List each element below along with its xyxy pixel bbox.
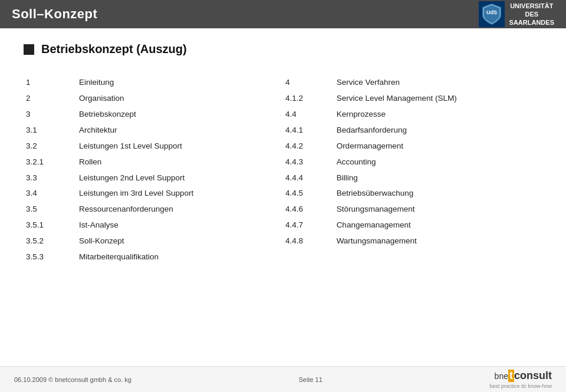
toc-number: 4.4 (283, 107, 334, 123)
list-item: 3.1 Architektur (24, 123, 283, 139)
toc-number: 3.5.1 (24, 218, 77, 233)
footer-logo-wrapper: b n e t consult best practice itc know-h… (489, 370, 552, 389)
list-item: 4.4.6 Störungsmanagement (283, 202, 542, 218)
footer-copyright: 06.10.2009 © bnetconsult gmbh & co. kg (14, 376, 131, 383)
toc-label: Störungsmanagement (334, 202, 542, 218)
toc-number: 3.3 (24, 170, 77, 186)
toc-number: 1 (24, 75, 77, 91)
toc-label: Ist-Analyse (77, 218, 283, 233)
toc-number: 4.4.5 (283, 186, 334, 202)
list-item: 4.4 Kernprozesse (283, 107, 542, 123)
toc-number: 3 (24, 107, 77, 123)
toc-number: 3.5.2 (24, 233, 77, 249)
toc-number: 3.1 (24, 123, 77, 139)
footer: 06.10.2009 © bnetconsult gmbh & co. kg S… (0, 366, 566, 392)
toc-label: Organisation (77, 91, 283, 107)
toc-number: 4.1.2 (283, 91, 334, 107)
toc-label: Architektur (77, 123, 283, 139)
toc-number: 3.4 (24, 186, 77, 202)
logo-consult-text: consult (514, 370, 552, 382)
toc-right-col: 4 Service Verfahren 4.1.2 Service Level … (283, 75, 542, 265)
toc-columns: 1 Einleitung 2 Organisation 3 Betriebsko… (24, 75, 542, 265)
toc-right-table: 4 Service Verfahren 4.1.2 Service Level … (283, 75, 542, 249)
toc-label: Billing (334, 170, 542, 186)
toc-label: Betriebsüberwachung (334, 186, 542, 202)
list-item: 4.4.2 Ordermanagement (283, 139, 542, 154)
section-title: Betriebskonzept (Auszug) (41, 42, 187, 56)
toc-label: Ressourcenanforderungen (77, 202, 283, 218)
toc-number: 4.4.3 (283, 154, 334, 170)
toc-label: Einleitung (77, 75, 283, 91)
university-logo: UdS UNIVERSITÄT DES SAARLANDES (479, 1, 554, 27)
toc-label: Leistungen im 3rd Level Support (77, 186, 283, 202)
header-bar: Soll–Konzept UdS UNIVERSITÄT DES SAARLAN… (0, 0, 566, 28)
toc-label: Ordermanagement (334, 139, 542, 154)
toc-number: 3.5.3 (24, 249, 77, 265)
list-item: 4.1.2 Service Level Management (SLM) (283, 91, 542, 107)
toc-label: Wartungsmanagement (334, 233, 542, 249)
toc-label: Accounting (334, 154, 542, 170)
toc-label: Mitarbeiterqualifikation (77, 249, 283, 265)
toc-label: Service Level Management (SLM) (334, 91, 542, 107)
shield-icon: UdS (479, 1, 505, 27)
toc-number: 3.2.1 (24, 154, 77, 170)
list-item: 1 Einleitung (24, 75, 283, 91)
list-item: 4 Service Verfahren (283, 75, 542, 91)
page-title: Soll–Konzept (12, 6, 97, 22)
toc-number: 3.5 (24, 202, 77, 218)
toc-number: 4.4.7 (283, 218, 334, 233)
list-item: 4.4.7 Changemanagement (283, 218, 542, 233)
list-item: 3.5 Ressourcenanforderungen (24, 202, 283, 218)
list-item: 3 Betriebskonzept (24, 107, 283, 123)
toc-label: Changemanagement (334, 218, 542, 233)
toc-left-col: 1 Einleitung 2 Organisation 3 Betriebsko… (24, 75, 283, 265)
list-item: 3.4 Leistungen im 3rd Level Support (24, 186, 283, 202)
list-item: 4.4.4 Billing (283, 170, 542, 186)
toc-label: Service Verfahren (334, 75, 542, 91)
footer-page-number: Seite 11 (298, 376, 322, 383)
list-item: 3.2 Leistungen 1st Level Support (24, 139, 283, 154)
toc-label: Bedarfsanforderung (334, 123, 542, 139)
section-square-icon (24, 44, 34, 55)
toc-number: 4.4.4 (283, 170, 334, 186)
toc-number: 4 (283, 75, 334, 91)
list-item: 4.4.5 Betriebsüberwachung (283, 186, 542, 202)
list-item: 3.2.1 Rollen (24, 154, 283, 170)
list-item: 3.5.3 Mitarbeiterqualifikation (24, 249, 283, 265)
list-item: 3.5.2 Soll-Konzept (24, 233, 283, 249)
toc-label: Leistungen 1st Level Support (77, 139, 283, 154)
main-content: Betriebskonzept (Auszug) 1 Einleitung 2 … (0, 28, 566, 366)
logo-letter-e: e (504, 371, 508, 381)
toc-label: Soll-Konzept (77, 233, 283, 249)
section-heading: Betriebskonzept (Auszug) (24, 42, 542, 56)
university-name: UNIVERSITÄT DES SAARLANDES (509, 2, 554, 27)
logo-letter-t: t (508, 370, 514, 382)
footer-logo: b n e t consult (495, 370, 552, 382)
list-item: 4.4.3 Accounting (283, 154, 542, 170)
list-item: 3.5.1 Ist-Analyse (24, 218, 283, 233)
toc-number: 4.4.6 (283, 202, 334, 218)
toc-label: Betriebskonzept (77, 107, 283, 123)
list-item: 4.4.8 Wartungsmanagement (283, 233, 542, 249)
toc-label: Kernprozesse (334, 107, 542, 123)
toc-number: 4.4.8 (283, 233, 334, 249)
svg-text:UdS: UdS (486, 9, 497, 15)
toc-label: Rollen (77, 154, 283, 170)
toc-number: 4.4.2 (283, 139, 334, 154)
footer-tagline: best practice itc know-how (489, 383, 552, 389)
toc-number: 4.4.1 (283, 123, 334, 139)
list-item: 3.3 Leistungen 2nd Level Support (24, 170, 283, 186)
toc-number: 3.2 (24, 139, 77, 154)
toc-label: Leistungen 2nd Level Support (77, 170, 283, 186)
toc-number: 2 (24, 91, 77, 107)
toc-left-table: 1 Einleitung 2 Organisation 3 Betriebsko… (24, 75, 283, 265)
logo-letter-n: n (499, 371, 504, 381)
list-item: 2 Organisation (24, 91, 283, 107)
list-item: 4.4.1 Bedarfsanforderung (283, 123, 542, 139)
logo-letter-b: b (495, 371, 499, 381)
